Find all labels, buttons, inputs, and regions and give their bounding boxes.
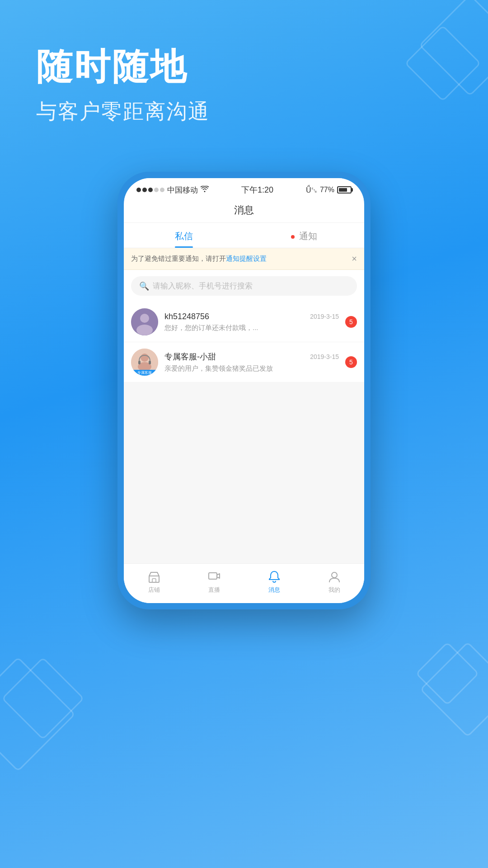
service-badge: 专属客服 <box>131 370 158 376</box>
message-list: kh51248756 2019-3-15 您好，您的订单还未付款哦，... 5 <box>124 302 364 382</box>
svg-rect-10 <box>209 573 217 579</box>
hero-title: 随时随地 <box>36 45 210 89</box>
message-badge-2: 5 <box>345 356 357 368</box>
wifi-icon <box>201 186 209 194</box>
phone-outer-frame: 中国移动 下午1:20 Ǘ␗ 77% <box>117 172 371 609</box>
signal-dot-2 <box>142 188 147 192</box>
svg-point-2 <box>136 325 153 335</box>
battery-icon <box>337 186 352 193</box>
search-input[interactable]: 请输入昵称、手机号进行搜索 <box>153 281 253 291</box>
banner-text: 为了避免错过重要通知，请打开通知提醒设置 <box>131 255 267 263</box>
message-content-1: kh51248756 2019-3-15 您好，您的订单还未付款哦，... <box>164 312 339 332</box>
carrier-label: 中国移动 <box>167 185 198 195</box>
message-date-2: 2019-3-15 <box>310 353 339 360</box>
banner-link[interactable]: 通知提醒设置 <box>226 255 267 262</box>
signal-dots <box>136 188 164 192</box>
phone-mockup: 中国移动 下午1:20 Ǘ␗ 77% <box>117 172 371 609</box>
nav-title: 消息 <box>124 199 364 223</box>
tab-notification-label: 通知 <box>299 231 317 241</box>
svg-point-11 <box>332 572 337 578</box>
store-icon <box>147 570 161 584</box>
tab-private-label: 私信 <box>175 231 193 241</box>
live-icon <box>207 570 221 584</box>
message-bell-icon <box>267 570 281 584</box>
message-name-1: kh51248756 <box>164 312 209 321</box>
search-icon: 🔍 <box>139 281 149 291</box>
svg-point-4 <box>141 354 149 362</box>
battery-fill <box>339 188 347 192</box>
profile-tab-label: 我的 <box>328 586 340 594</box>
profile-icon <box>328 570 341 584</box>
notification-dot <box>291 235 295 239</box>
message-badge-1: 5 <box>345 316 357 328</box>
message-header-2: 专属客服-小甜 2019-3-15 <box>164 351 339 362</box>
message-item-1[interactable]: kh51248756 2019-3-15 您好，您的订单还未付款哦，... 5 <box>124 302 364 342</box>
status-bar: 中国移动 下午1:20 Ǘ␗ 77% <box>124 178 364 199</box>
bottom-tab-store[interactable]: 店铺 <box>124 570 184 594</box>
message-content-2: 专属客服-小甜 2019-3-15 亲爱的用户，集赞领金猪奖品已发放 <box>164 351 339 373</box>
message-item-2[interactable]: 专属客服 专属客服-小甜 2019-3-15 亲爱的用户，集赞领金猪奖品已发放 … <box>124 342 364 382</box>
message-tabs: 私信 通知 <box>124 223 364 248</box>
bottom-tab-live[interactable]: 直播 <box>184 570 244 594</box>
bottom-tab-bar: 店铺 直播 消息 <box>124 563 364 603</box>
banner-close-button[interactable]: × <box>352 254 357 264</box>
svg-rect-7 <box>149 361 151 364</box>
bottom-tab-message[interactable]: 消息 <box>244 570 304 594</box>
message-preview-1: 您好，您的订单还未付款哦，... <box>164 324 339 332</box>
bluetooth-icon: Ǘ␗ <box>306 186 317 194</box>
store-tab-label: 店铺 <box>148 586 160 594</box>
avatar-2: 专属客服 <box>131 349 158 376</box>
signal-dot-4 <box>154 188 159 192</box>
signal-dot-1 <box>136 188 141 192</box>
message-header-1: kh51248756 2019-3-15 <box>164 312 339 321</box>
message-date-1: 2019-3-15 <box>310 313 339 320</box>
notification-banner: 为了避免错过重要通知，请打开通知提醒设置 × <box>124 248 364 270</box>
signal-dot-5 <box>160 188 164 192</box>
status-right: Ǘ␗ 77% <box>306 186 352 194</box>
message-name-2: 专属客服-小甜 <box>164 351 216 362</box>
battery-percent: 77% <box>320 186 334 194</box>
message-preview-2: 亲爱的用户，集赞领金猪奖品已发放 <box>164 364 339 373</box>
avatar-1 <box>131 308 158 335</box>
phone-screen: 中国移动 下午1:20 Ǘ␗ 77% <box>124 178 364 603</box>
hero-section: 随时随地 与客户零距离沟通 <box>36 45 210 126</box>
message-tab-label: 消息 <box>268 586 280 594</box>
search-bar[interactable]: 🔍 请输入昵称、手机号进行搜索 <box>131 276 357 296</box>
bottom-tab-profile[interactable]: 我的 <box>304 570 364 594</box>
svg-rect-6 <box>138 361 141 364</box>
svg-rect-8 <box>149 576 159 582</box>
status-time: 下午1:20 <box>241 184 273 195</box>
tab-private-message[interactable]: 私信 <box>124 223 244 248</box>
svg-rect-9 <box>152 579 156 582</box>
signal-dot-3 <box>148 188 153 192</box>
live-tab-label: 直播 <box>208 586 220 594</box>
hero-subtitle: 与客户零距离沟通 <box>36 98 210 126</box>
tab-notification[interactable]: 通知 <box>244 223 364 248</box>
empty-content-area <box>124 382 364 563</box>
svg-point-1 <box>140 314 149 323</box>
status-left: 中国移动 <box>136 185 209 195</box>
banner-prefix: 为了避免错过重要通知，请打开 <box>131 255 226 262</box>
